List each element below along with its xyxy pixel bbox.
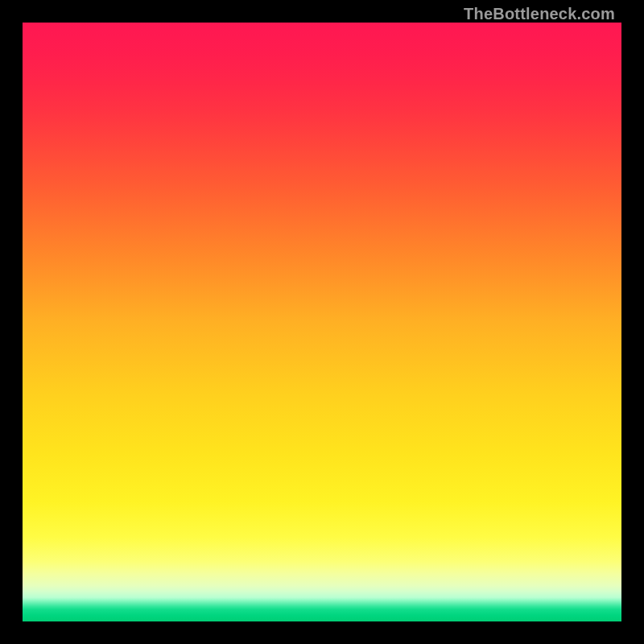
attribution-watermark: TheBottleneck.com (464, 5, 615, 23)
figure-canvas: TheBottleneck.com (0, 0, 644, 644)
rainbow-background (23, 23, 621, 621)
plot-area (23, 23, 621, 621)
